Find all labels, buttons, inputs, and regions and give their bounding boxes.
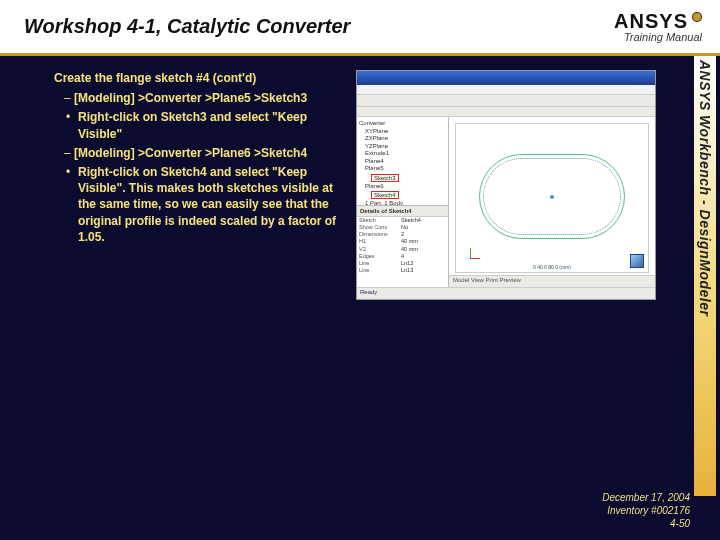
instruction-text: Create the flange sketch #4 (cont'd) [Mo…: [54, 70, 344, 540]
center-point-icon: [550, 195, 554, 199]
app-screenshot: Converter XYPlane ZXPlane YZPlane Extrud…: [356, 70, 656, 300]
side-band: ANSYS Workbench - DesignModeler: [694, 56, 716, 496]
step-2-path: [Modeling] >Converter >Plane6 >Sketch4: [74, 146, 307, 160]
details-row: Edges4: [357, 253, 448, 260]
window-toolbar-2: [357, 107, 655, 117]
window-menubar: [357, 85, 655, 95]
footer-date: December 17, 2004: [602, 491, 690, 504]
view-tabs: Model View Print Preview: [449, 275, 655, 287]
side-band-text: ANSYS Workbench - DesignModeler: [697, 60, 713, 316]
footer-page: 4-50: [602, 517, 690, 530]
details-row: LineLn12: [357, 260, 448, 267]
slide-footer: December 17, 2004 Inventory #002176 4-50: [602, 491, 690, 530]
graphics-view: 0 40.0 80.0 (mm) Model View Print Previe…: [449, 117, 655, 287]
step-1-sub: Right-click on Sketch3 and select "Keep …: [54, 109, 344, 141]
instruction-heading: Create the flange sketch #4 (cont'd): [54, 70, 344, 86]
viewport: 0 40.0 80.0 (mm): [455, 123, 649, 273]
tree-item: XYPlane: [359, 128, 446, 136]
step-2-sub: Right-click on Sketch4 and select "Keep …: [54, 164, 344, 245]
tree-item: YZPlane: [359, 143, 446, 151]
tree-item: Extrude1: [359, 150, 446, 158]
step-2-sub-text: Right-click on Sketch4 and select "Keep …: [78, 165, 336, 244]
details-row: LineLn13: [357, 267, 448, 274]
tree-item: ZXPlane: [359, 135, 446, 143]
view-cube-icon: [630, 254, 644, 268]
tree-outline: Converter XYPlane ZXPlane YZPlane Extrud…: [357, 117, 448, 205]
details-row: Show ConsNo: [357, 224, 448, 231]
tree-item: Plane6: [359, 183, 446, 191]
status-bar: Ready: [357, 287, 655, 299]
step-1-path: [Modeling] >Converter >Plane5 >Sketch3: [74, 91, 307, 105]
window-titlebar: [357, 71, 655, 85]
slide-title: Workshop 4-1, Catalytic Converter: [24, 15, 350, 38]
step-1: [Modeling] >Converter >Plane5 >Sketch3: [54, 90, 344, 106]
tree-highlight-sketch3: Sketch3: [371, 174, 399, 182]
status-ready: Ready: [360, 289, 377, 295]
tree-highlight-sketch4: Sketch4: [371, 191, 399, 199]
tree-panel: Converter XYPlane ZXPlane YZPlane Extrud…: [357, 117, 449, 287]
axis-triad-icon: [460, 248, 482, 270]
brand-logo: ANSYS: [614, 10, 702, 33]
footer-inventory: Inventory #002176: [602, 504, 690, 517]
step-2: [Modeling] >Converter >Plane6 >Sketch4: [54, 145, 344, 161]
ruler-label: 0 40.0 80.0 (mm): [533, 264, 571, 270]
brand-block: ANSYS Training Manual: [614, 10, 702, 43]
details-row: SketchSketch4: [357, 217, 448, 224]
details-row: V240 mm: [357, 246, 448, 253]
step-1-sub-text: Right-click on Sketch3 and select "Keep …: [78, 110, 307, 140]
details-panel: Details of Sketch4 SketchSketch4 Show Co…: [357, 205, 448, 287]
brand-text: ANSYS: [614, 10, 688, 32]
window-toolbar: [357, 95, 655, 107]
tree-root: Converter: [359, 120, 446, 128]
tree-item: Plane4: [359, 158, 446, 166]
slide-header: Workshop 4-1, Catalytic Converter ANSYS …: [0, 0, 720, 56]
details-row: Dimensions2: [357, 231, 448, 238]
brand-dot-icon: [692, 12, 702, 22]
details-row: H140 mm: [357, 238, 448, 245]
details-header: Details of Sketch4: [357, 206, 448, 217]
tree-item: Plane5: [359, 165, 446, 173]
